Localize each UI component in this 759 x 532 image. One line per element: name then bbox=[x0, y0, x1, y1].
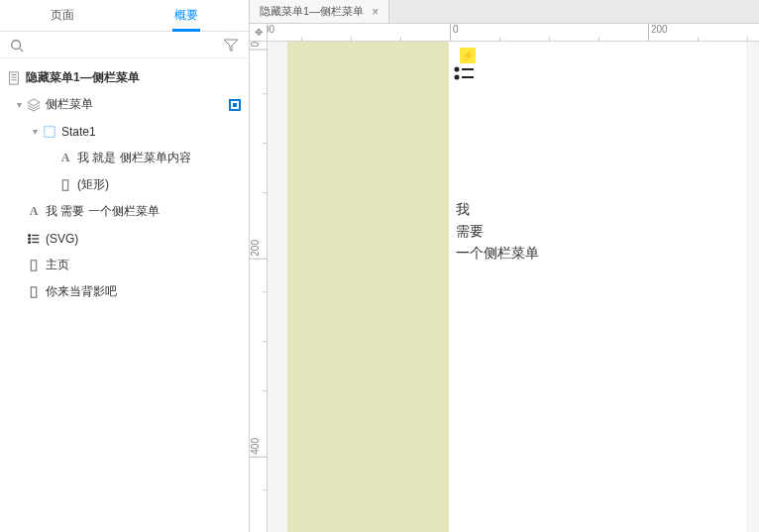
text-icon: A bbox=[26, 204, 42, 220]
tree-dp-label: 侧栏菜单 bbox=[46, 96, 225, 113]
tree-main-label: 主页 bbox=[46, 257, 241, 273]
tab-page[interactable]: 页面 bbox=[0, 0, 124, 31]
svg-rect-2 bbox=[10, 71, 19, 83]
document-tab[interactable]: 隐藏菜单1—侧栏菜单 × bbox=[250, 0, 389, 23]
tree-rect-label: (矩形) bbox=[77, 176, 241, 193]
search-icon bbox=[10, 39, 24, 53]
search-input[interactable] bbox=[30, 39, 223, 53]
interaction-badge-icon[interactable]: ⚡ bbox=[460, 48, 476, 63]
tab-overview[interactable]: 概要 bbox=[124, 0, 248, 31]
page-icon bbox=[6, 70, 22, 86]
svg-rect-6 bbox=[45, 126, 55, 137]
svg-line-1 bbox=[20, 49, 24, 53]
shape-main-page[interactable] bbox=[449, 42, 746, 532]
svg-point-0 bbox=[12, 41, 21, 50]
document-tab-title: 隐藏菜单1—侧栏菜单 bbox=[260, 4, 364, 19]
ruler-origin-icon[interactable]: ✥ bbox=[250, 24, 268, 42]
close-icon[interactable]: × bbox=[372, 5, 379, 19]
svg-rect-7 bbox=[62, 179, 67, 190]
tree-text-inner-label: 我 就是 侧栏菜单内容 bbox=[77, 150, 241, 166]
caret-icon[interactable]: ▾ bbox=[28, 126, 42, 137]
svg-point-16 bbox=[456, 68, 459, 71]
tree-bg-label: 你来当背影吧 bbox=[46, 283, 241, 300]
canvas-text-line: 需要 bbox=[456, 223, 484, 239]
svg-point-18 bbox=[456, 76, 459, 79]
tree-rect[interactable]: (矩形) bbox=[0, 171, 249, 198]
stack-icon bbox=[26, 97, 42, 113]
outline-tree: 隐藏菜单1—侧栏菜单 ▾ 侧栏菜单 ▾ State1 A 我 就是 侧栏菜单内容 bbox=[0, 58, 249, 532]
rect-icon bbox=[57, 177, 73, 193]
tree-main[interactable]: 主页 bbox=[0, 252, 249, 278]
tree-state1-label: State1 bbox=[61, 125, 241, 139]
canvas-text-block[interactable]: 我 需要 一个侧栏菜单 bbox=[456, 198, 539, 264]
svg-point-8 bbox=[29, 234, 31, 236]
dp-state-indicator[interactable] bbox=[229, 99, 241, 111]
tree-text-inner[interactable]: A 我 就是 侧栏菜单内容 bbox=[0, 145, 249, 171]
tree-bg[interactable]: 你来当背影吧 bbox=[0, 278, 249, 305]
rect-icon bbox=[26, 258, 42, 273]
tree-root[interactable]: 隐藏菜单1—侧栏菜单 bbox=[0, 64, 249, 91]
svg-list-icon[interactable] bbox=[454, 65, 476, 84]
shape-background-rect[interactable] bbox=[287, 42, 449, 532]
ruler-horizontal[interactable]: -2000200400 bbox=[268, 24, 759, 42]
tree-svg[interactable]: (SVG) bbox=[0, 225, 249, 252]
filter-icon[interactable] bbox=[223, 38, 239, 53]
state-icon bbox=[42, 124, 57, 140]
text-icon: A bbox=[57, 151, 73, 166]
rect-icon bbox=[26, 284, 42, 300]
canvas-area: 隐藏菜单1—侧栏菜单 × ✥ -2000200400 0200400 ⚡ 我 需… bbox=[250, 0, 759, 532]
svg-rect-14 bbox=[31, 260, 36, 270]
sidebar-tabs: 页面 概要 bbox=[0, 0, 249, 32]
list-icon bbox=[26, 231, 42, 247]
sidebar-panel: 页面 概要 隐藏菜单1—侧栏菜单 ▾ bbox=[0, 0, 250, 532]
tree-text-need-label: 我 需要 一个侧栏菜单 bbox=[46, 203, 241, 220]
canvas-text-line: 我 bbox=[456, 201, 470, 217]
tree-root-label: 隐藏菜单1—侧栏菜单 bbox=[26, 69, 241, 86]
svg-point-12 bbox=[29, 241, 31, 243]
search-row bbox=[0, 32, 249, 58]
tree-text-need[interactable]: A 我 需要 一个侧栏菜单 bbox=[0, 198, 249, 225]
document-tabs: 隐藏菜单1—侧栏菜单 × bbox=[250, 0, 759, 24]
svg-point-10 bbox=[29, 238, 31, 240]
tree-svg-label: (SVG) bbox=[46, 232, 241, 246]
canvas-viewport[interactable]: ⚡ 我 需要 一个侧栏菜单 bbox=[268, 42, 759, 532]
tree-dynamic-panel[interactable]: ▾ 侧栏菜单 bbox=[0, 91, 249, 118]
tree-state1[interactable]: ▾ State1 bbox=[0, 118, 249, 145]
caret-icon[interactable]: ▾ bbox=[12, 99, 26, 110]
svg-rect-15 bbox=[31, 286, 36, 297]
canvas-text-line: 一个侧栏菜单 bbox=[456, 245, 539, 261]
ruler-vertical[interactable]: 0200400 bbox=[250, 42, 268, 532]
